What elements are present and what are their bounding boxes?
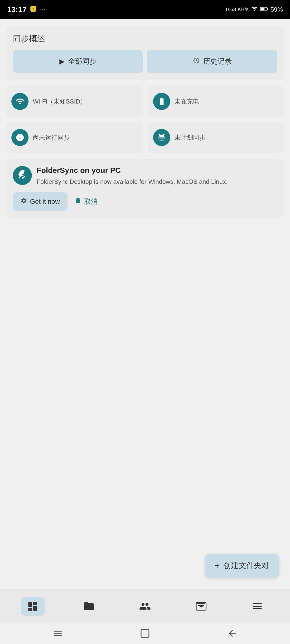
sync-all-button[interactable]: ▶ 全部同步 <box>13 50 143 73</box>
history-label: 历史记录 <box>203 56 232 66</box>
fab-area: + 创建文件夹对 <box>6 224 284 585</box>
cancel-button[interactable]: 取消 <box>75 197 98 206</box>
svg-rect-6 <box>141 630 149 637</box>
promo-text-block: FolderSync on your PC FolderSync Desktop… <box>37 166 277 186</box>
info-card-schedule: 未计划同步 <box>147 122 284 153</box>
plus-icon: + <box>215 561 220 570</box>
wifi-label: Wi-Fi（未知SSID） <box>33 97 86 106</box>
info-cards-grid: Wi-Fi（未知SSID） 未在充电 尚未运行同步 未计划同步 <box>6 86 284 153</box>
delete-icon <box>75 197 81 206</box>
more-dots-icon: ··· <box>40 6 45 13</box>
network-speed: 0.63 KB/s <box>226 6 249 12</box>
promo-card: FolderSync on your PC FolderSync Desktop… <box>6 159 284 218</box>
get-it-now-label: Get it now <box>30 198 60 206</box>
run-status-label: 尚未运行同步 <box>33 134 70 142</box>
system-back-button[interactable] <box>227 628 237 638</box>
get-it-now-button[interactable]: Get it now <box>13 192 68 211</box>
nav-item-accounts[interactable] <box>133 597 157 616</box>
battery-icon <box>260 6 268 13</box>
schedule-label: 未计划同步 <box>174 134 205 142</box>
nav-item-storage[interactable] <box>189 597 213 616</box>
create-folder-pair-button[interactable]: + 创建文件夹对 <box>205 554 278 578</box>
svg-text:Y: Y <box>32 7 34 11</box>
notification-icons: Y <box>30 5 37 14</box>
create-folder-pair-label: 创建文件夹对 <box>223 560 269 571</box>
promo-actions: Get it now 取消 <box>13 192 277 211</box>
sync-buttons-row: ▶ 全部同步 历史记录 <box>13 50 277 73</box>
system-nav <box>0 623 290 644</box>
bottom-nav <box>0 590 290 623</box>
main-content: 同步概述 ▶ 全部同步 历史记录 Wi-Fi（未知SSID） <box>0 19 290 590</box>
promo-description: FolderSync Desktop is now available for … <box>37 177 277 186</box>
battery-label: 未在充电 <box>174 97 199 106</box>
sync-all-label: 全部同步 <box>68 56 97 66</box>
info-card-wifi: Wi-Fi（未知SSID） <box>6 86 143 117</box>
nav-item-menu[interactable] <box>245 597 269 616</box>
signal-icon <box>251 6 258 14</box>
svg-rect-3 <box>260 8 264 10</box>
battery-percent: 59% <box>270 6 283 13</box>
status-bar: 13:17 Y ··· 0.63 KB/s 59% <box>0 0 290 19</box>
info-card-battery: 未在充电 <box>147 86 284 117</box>
info-card-status: 尚未运行同步 <box>6 122 143 153</box>
play-icon: ▶ <box>60 58 65 65</box>
history-button[interactable]: 历史记录 <box>147 50 277 73</box>
sync-overview-card: 同步概述 ▶ 全部同步 历史记录 <box>6 26 284 80</box>
rocket-icon-wrap <box>13 166 32 185</box>
battery-status-icon-wrap <box>153 93 170 110</box>
cancel-label: 取消 <box>84 197 98 206</box>
gear-icon <box>21 197 27 206</box>
svg-rect-4 <box>267 8 268 10</box>
system-home-button[interactable] <box>140 628 150 638</box>
history-icon <box>192 57 200 66</box>
info-icon-wrap <box>12 129 29 146</box>
nav-item-dashboard[interactable] <box>21 597 45 616</box>
wifi-icon-wrap <box>12 93 29 110</box>
status-time: 13:17 <box>7 5 27 14</box>
alarm-off-icon-wrap <box>153 129 170 146</box>
promo-title: FolderSync on your PC <box>37 166 277 175</box>
sync-overview-title: 同步概述 <box>13 33 277 44</box>
system-menu-button[interactable] <box>53 628 63 638</box>
nav-item-folders[interactable] <box>77 597 101 616</box>
promo-header: FolderSync on your PC FolderSync Desktop… <box>13 166 277 186</box>
